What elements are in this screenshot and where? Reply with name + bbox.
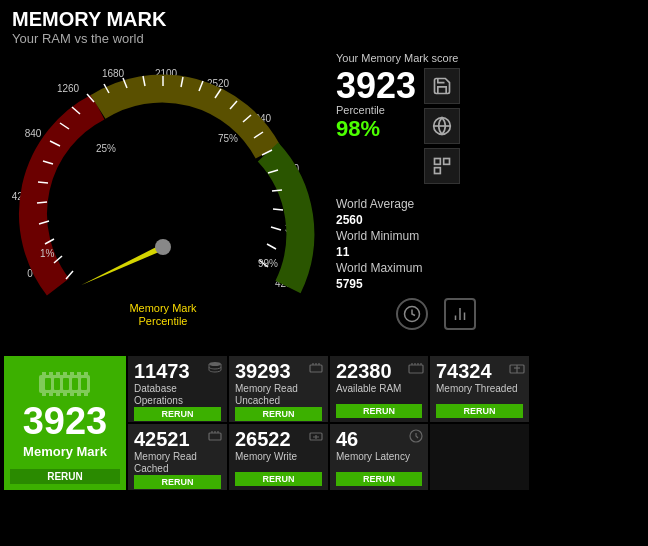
card-mt-score: 74324 [436, 360, 492, 383]
card-ram-score: 22380 [336, 360, 392, 383]
world-avg-value: 2560 [336, 213, 363, 227]
svg-line-22 [271, 227, 281, 230]
page-subtitle: Your RAM vs the world [12, 31, 636, 46]
svg-line-21 [273, 209, 283, 210]
card-db-name: Database Operations [134, 383, 183, 407]
cards-section: 3923 Memory Mark RERUN 11473 Database Op… [0, 356, 648, 494]
page-title: MEMORY MARK [12, 8, 636, 31]
chart-icon-button[interactable] [444, 298, 476, 330]
world-max-value: 5795 [336, 277, 363, 291]
card-memory-threaded[interactable]: 74324 Memory Threaded RERUN [430, 356, 529, 422]
svg-line-33 [38, 182, 48, 183]
svg-text:Percentile: Percentile [139, 315, 188, 327]
svg-line-34 [37, 202, 47, 203]
score-panel: Your Memory Mark score 3923 Percentile 9… [336, 52, 536, 352]
svg-point-76 [209, 362, 221, 366]
card-mrc-rerun[interactable]: RERUN [134, 475, 221, 489]
world-min-value: 11 [336, 245, 349, 259]
card-mrc-name: Memory Read Cached [134, 451, 197, 475]
svg-rect-62 [77, 372, 81, 375]
world-avg-row: World Average [336, 196, 536, 212]
svg-rect-70 [84, 393, 88, 396]
world-avg-val-row: 2560 [336, 212, 536, 228]
globe-icon-button[interactable] [424, 108, 460, 144]
card-db-rerun[interactable]: RERUN [134, 407, 221, 421]
card-empty [430, 424, 529, 490]
card-mt-name: Memory Threaded [436, 383, 518, 395]
svg-rect-73 [63, 378, 69, 390]
save-icon-button[interactable] [424, 68, 460, 104]
svg-rect-68 [70, 393, 74, 396]
card-available-ram[interactable]: 22380 Available RAM RERUN [330, 356, 428, 422]
svg-line-38 [66, 271, 73, 279]
svg-rect-77 [310, 365, 322, 372]
card-memory-write[interactable]: 26522 Memory Write RERUN [229, 424, 328, 490]
svg-text:Memory Mark: Memory Mark [129, 302, 197, 314]
svg-rect-63 [84, 372, 88, 375]
svg-rect-72 [54, 378, 60, 390]
card-mw-score: 26522 [235, 428, 291, 451]
main-card-label: Memory Mark [23, 444, 107, 459]
main-content: 2100 2520 2940 3360 3780 4200 1680 1260 … [0, 48, 648, 356]
svg-text:25%: 25% [96, 143, 116, 154]
world-min-val-row: 11 [336, 244, 536, 260]
card-mru-name: Memory Read Uncached [235, 383, 298, 407]
svg-rect-69 [77, 393, 81, 396]
svg-text:840: 840 [25, 128, 42, 139]
card-mru-score: 39293 [235, 360, 291, 383]
card-memory-read-cached[interactable]: 42521 Memory Read Cached RERUN [128, 424, 227, 490]
gauge-section: 2100 2520 2940 3360 3780 4200 1680 1260 … [8, 52, 328, 352]
stats-table: World Average 2560 World Minimum 11 Worl… [336, 196, 536, 292]
svg-rect-71 [45, 378, 51, 390]
svg-text:1260: 1260 [57, 83, 80, 94]
card-main[interactable]: 3923 Memory Mark RERUN [4, 356, 126, 490]
main-card-rerun[interactable]: RERUN [10, 469, 120, 484]
svg-text:1%: 1% [40, 248, 55, 259]
svg-text:1680: 1680 [102, 68, 125, 79]
card-ml-rerun[interactable]: RERUN [336, 472, 422, 486]
score-top: 3923 Percentile 98% [336, 68, 536, 184]
svg-rect-81 [409, 365, 423, 373]
main-card-score: 3923 [23, 402, 108, 440]
svg-rect-57 [42, 372, 46, 375]
card-mru-rerun[interactable]: RERUN [235, 407, 322, 421]
world-avg-label: World Average [336, 197, 414, 211]
svg-rect-89 [209, 433, 221, 440]
card-mrc-score: 42521 [134, 428, 190, 451]
svg-line-23 [267, 244, 276, 249]
card-ml-name: Memory Latency [336, 451, 410, 463]
world-min-label: World Minimum [336, 229, 419, 243]
svg-rect-66 [56, 393, 60, 396]
svg-rect-61 [70, 372, 74, 375]
card-ram-rerun[interactable]: RERUN [336, 404, 422, 418]
card-mw-rerun[interactable]: RERUN [235, 472, 322, 486]
svg-rect-51 [435, 168, 441, 174]
svg-rect-64 [42, 393, 46, 396]
percentile-value: 98% [336, 116, 416, 142]
bottom-icons [336, 296, 536, 334]
svg-rect-58 [49, 372, 53, 375]
card-database-operations[interactable]: 11473 Database Operations RERUN [128, 356, 227, 422]
compare-icon-button[interactable] [424, 148, 460, 184]
svg-rect-75 [81, 378, 87, 390]
svg-rect-49 [435, 159, 441, 165]
svg-rect-50 [444, 159, 450, 165]
svg-line-20 [272, 190, 282, 191]
card-mt-rerun[interactable]: RERUN [436, 404, 523, 418]
svg-point-44 [155, 239, 171, 255]
svg-rect-60 [63, 372, 67, 375]
world-max-val-row: 5795 [336, 276, 536, 292]
world-max-row: World Maximum [336, 260, 536, 276]
card-memory-latency[interactable]: 46 Memory Latency RERUN [330, 424, 428, 490]
svg-rect-67 [63, 393, 67, 396]
percentile-label: Percentile [336, 104, 416, 116]
world-max-label: World Maximum [336, 261, 422, 275]
svg-text:75%: 75% [218, 133, 238, 144]
card-db-score: 11473 [134, 360, 190, 383]
card-memory-read-uncached[interactable]: 39293 Memory Read Uncached RERUN [229, 356, 328, 422]
timer-icon-button[interactable] [396, 298, 428, 330]
world-min-row: World Minimum [336, 228, 536, 244]
score-info: 3923 Percentile 98% [336, 68, 416, 142]
svg-rect-65 [49, 393, 53, 396]
score-label: Your Memory Mark score [336, 52, 536, 64]
